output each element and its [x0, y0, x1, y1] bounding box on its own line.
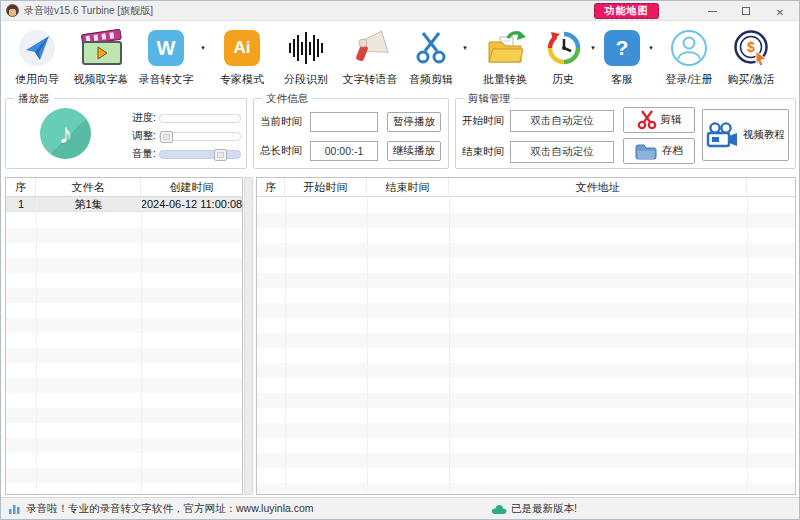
column-header-file-path[interactable]: 文件地址: [449, 178, 747, 196]
status-right-text: 已是最新版本!: [511, 502, 577, 516]
archive-button-label: 存档: [662, 144, 683, 158]
toolbar-item-batch-convert[interactable]: 批量转换: [471, 25, 539, 87]
column-header-start-time[interactable]: 开始时间: [285, 178, 367, 196]
scissors-blue-icon: [413, 25, 449, 71]
archive-button[interactable]: 存档: [623, 138, 695, 164]
volume-row: 音量:: [110, 147, 241, 161]
toolbar-item-label: 登录/注册: [665, 72, 712, 87]
toolbar-item-segment-recognition[interactable]: 分段识别: [275, 25, 337, 87]
toolbar-item-label: 专家模式: [220, 72, 264, 87]
file-info-panel-title: 文件信息: [262, 92, 312, 106]
toolbar-item-label: 客服: [611, 72, 633, 87]
toolbar-item-label: 购买/激活: [727, 72, 774, 87]
toolbar-item-expert-mode[interactable]: Ai 专家模式: [209, 25, 275, 87]
column-divider: [747, 197, 748, 494]
app-window: 录音啦v15.6 Turbine [旗舰版] 功能地图 使用向导: [0, 0, 800, 520]
status-left-text: 录音啦！专业的录音转文字软件，官方网址：www.luyinla.com: [26, 502, 314, 516]
adjust-slider[interactable]: [159, 132, 241, 141]
video-camera-icon: [706, 122, 738, 149]
column-header-index[interactable]: 序: [6, 178, 36, 196]
cell-filename: 第1集: [36, 197, 141, 211]
continue-playback-button[interactable]: 继续播放: [387, 141, 441, 161]
end-time-row: 结束时间 存档: [462, 140, 695, 164]
minimize-icon: [708, 11, 717, 12]
maximize-button[interactable]: [729, 1, 763, 21]
ai-badge-icon: Ai: [224, 25, 260, 71]
pause-playback-button[interactable]: 暂停播放: [387, 112, 441, 132]
column-header-end-time[interactable]: 结束时间: [367, 178, 449, 196]
column-divider: [285, 197, 286, 494]
toolbar-item-label: 历史: [552, 72, 574, 87]
chevron-down-icon[interactable]: [645, 25, 657, 71]
volume-slider[interactable]: [159, 150, 241, 159]
file-info-panel: 文件信息 当前时间 暂停播放 总长时间 继续播放: [253, 98, 449, 169]
volume-slider-handle[interactable]: [214, 149, 227, 161]
column-header-created[interactable]: 创建时间: [141, 178, 242, 196]
file-table-header: 序 文件名 创建时间: [6, 178, 242, 197]
toolbar-item-label: 录音转文字: [139, 72, 194, 87]
toolbar-item-audio-clip[interactable]: 音频剪辑: [403, 25, 459, 87]
toolbar-item-label: 视频取字幕: [74, 72, 129, 87]
title-bar: 录音啦v15.6 Turbine [旗舰版] 功能地图: [1, 1, 799, 21]
clip-list-table: 序 开始时间 结束时间 文件地址: [256, 177, 796, 495]
chevron-down-icon[interactable]: [587, 25, 599, 71]
toolbar-item-label: 文字转语音: [343, 72, 398, 87]
column-divider: [449, 197, 450, 494]
close-button[interactable]: [763, 1, 797, 21]
guide-arrow-icon: [18, 25, 56, 71]
toolbar-item-history[interactable]: 历史: [539, 25, 587, 87]
toolbar-item-support[interactable]: ? 客服: [599, 25, 645, 87]
toolbar-item-purchase[interactable]: $ 购买/激活: [721, 25, 781, 87]
folder-convert-icon: [484, 25, 526, 71]
start-time-row: 开始时间 剪辑: [462, 109, 695, 133]
cut-button-label: 剪辑: [661, 113, 682, 127]
app-logo-icon: [6, 4, 19, 17]
clip-management-panel: 剪辑管理 开始时间 剪辑 结束时间: [455, 98, 796, 169]
progress-row: 进度:: [110, 111, 241, 125]
adjust-row: 调整:: [110, 129, 241, 143]
current-time-input[interactable]: [310, 112, 378, 132]
file-table-row-selected[interactable]: 1 第1集 2024-06-12 11:00:08: [6, 197, 242, 212]
cut-button[interactable]: 剪辑: [623, 107, 695, 133]
toolbar-item-guide[interactable]: 使用向导: [7, 25, 67, 87]
audio-bars-icon: [8, 503, 21, 514]
minimize-button[interactable]: [695, 1, 729, 21]
status-bar: 录音啦！专业的录音转文字软件，官方网址：www.luyinla.com 已是最新…: [1, 497, 799, 519]
total-time-input[interactable]: [310, 141, 378, 161]
film-clapper-icon: [79, 25, 123, 71]
toolbar: 使用向导 视频取字幕 W 录音转文字 Ai 专家模式: [1, 22, 799, 93]
end-time-input[interactable]: [510, 141, 614, 163]
history-clock-icon: [544, 25, 582, 71]
clip-table-header: 序 开始时间 结束时间 文件地址: [257, 178, 795, 197]
current-time-row: 当前时间 暂停播放: [260, 112, 441, 132]
adjust-label: 调整:: [110, 129, 156, 143]
file-table-scrollbar[interactable]: [244, 177, 253, 495]
toolbar-item-video-subtitle[interactable]: 视频取字幕: [67, 25, 135, 87]
adjust-slider-handle[interactable]: [160, 131, 173, 143]
start-time-input[interactable]: [510, 110, 614, 132]
user-outline-icon: [670, 25, 708, 71]
progress-slider[interactable]: [159, 114, 241, 123]
clip-table-body[interactable]: [257, 198, 795, 494]
volume-label: 音量:: [110, 147, 156, 161]
video-tutorial-button[interactable]: 视频教程: [702, 109, 789, 161]
column-header-index[interactable]: 序: [257, 178, 285, 196]
toolbar-item-transcribe[interactable]: W 录音转文字: [135, 25, 197, 87]
column-divider: [36, 197, 37, 494]
column-header-filename[interactable]: 文件名: [36, 178, 141, 196]
toolbar-item-text-to-speech[interactable]: 文字转语音: [337, 25, 403, 87]
chevron-down-icon[interactable]: [197, 25, 209, 71]
close-icon: [776, 2, 784, 20]
file-table-body[interactable]: [6, 213, 242, 494]
current-time-label: 当前时间: [260, 115, 310, 129]
column-header-blank: [747, 178, 795, 196]
chevron-down-icon[interactable]: [459, 25, 471, 71]
toolbar-item-login[interactable]: 登录/注册: [657, 25, 721, 87]
feature-map-button[interactable]: 功能地图: [594, 3, 659, 19]
toolbar-item-label: 分段识别: [284, 72, 328, 87]
toolbar-item-label: 使用向导: [15, 72, 59, 87]
progress-label: 进度:: [110, 111, 156, 125]
toolbar-item-label: 批量转换: [483, 72, 527, 87]
end-time-label: 结束时间: [462, 145, 510, 159]
video-tutorial-label: 视频教程: [743, 128, 785, 142]
